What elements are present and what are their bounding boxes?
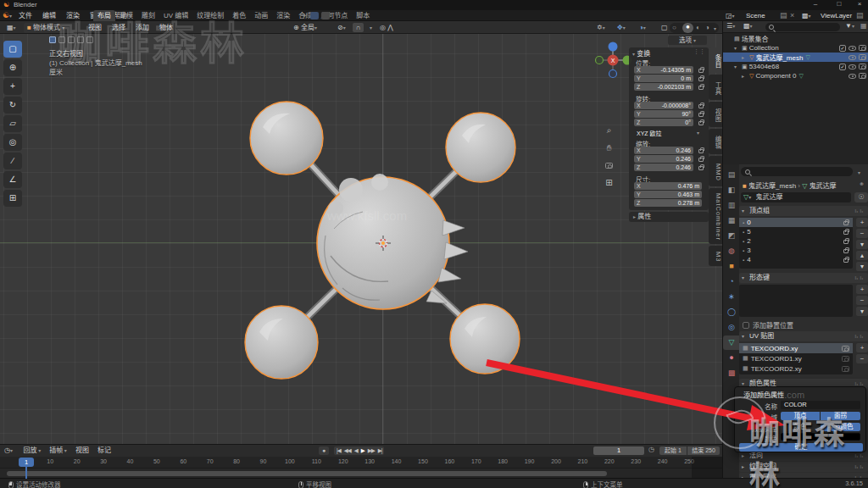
lock-icon[interactable] [698, 69, 704, 73]
remove-vertex-group-button[interactable]: − [856, 229, 868, 238]
rotation-z-field[interactable]: Z0° [634, 119, 693, 126]
outliner-row-2[interactable]: ▸▽鬼武达摩_mesh▽ [723, 53, 868, 62]
lock-icon[interactable] [843, 240, 849, 244]
uv-map-row[interactable]: ▦TEXCOORD2.xy [739, 363, 853, 374]
play-reverse-button[interactable]: ◀ [354, 447, 358, 454]
checkbox-icon[interactable]: ✓ [839, 64, 846, 70]
render-camera-icon[interactable] [842, 356, 849, 362]
render-camera-icon[interactable] [842, 366, 849, 372]
disclosure-icon[interactable]: ▸ [742, 73, 748, 79]
outliner-editor-icon[interactable]: ☰▾ [726, 22, 735, 30]
overlays-toggle-icon[interactable]: ◑▾ [634, 21, 651, 35]
vertex-group-row[interactable]: ▪3 [739, 246, 853, 255]
snap-magnet-icon[interactable]: ∩ [353, 23, 364, 32]
outliner-item-label[interactable]: 鬼武达摩_mesh [755, 53, 803, 62]
location-y-field[interactable]: Y0 m [634, 75, 693, 82]
pan-hand-icon[interactable]: ✋︎ [605, 143, 613, 153]
next-keyframe-button[interactable]: ▶▶ [368, 447, 375, 454]
properties-tab-material[interactable]: ● [723, 351, 740, 365]
pin-icon[interactable]: ⚭ [859, 180, 865, 188]
texture-space-panel-header[interactable]: ▸纹理空间⠦⠦ [739, 462, 868, 472]
shading-material-icon[interactable]: ◐ [696, 24, 700, 31]
properties-tab-world[interactable]: ◍ [723, 244, 740, 258]
viewport-3d[interactable]: 正交右视图 (1) Collection | 鬼武达摩_mesh 厘米 ▢⊕+↻… [0, 34, 722, 444]
properties-search-dropdown[interactable]: ▾ [858, 168, 860, 176]
location-z-field[interactable]: Z-0.002103 m [634, 83, 693, 91]
disclosure-icon[interactable]: ▸ [742, 54, 748, 60]
properties-tab-particles[interactable]: ∗ [723, 290, 740, 304]
end-frame-field[interactable]: 结束 250 [687, 446, 720, 455]
vertex-group-row[interactable]: ▪2 [739, 236, 853, 246]
navigation-gizmo[interactable]: X [593, 41, 632, 80]
domain-vertex-button[interactable]: 顶点 [781, 412, 820, 420]
playback-clock-icon[interactable]: ◷ [648, 446, 654, 453]
playhead[interactable]: 1 [19, 458, 34, 467]
blender-menu-icon[interactable]: ☯▾ [3, 10, 12, 22]
location-x-field[interactable]: X-0.14305 m [634, 66, 693, 74]
lock-icon[interactable] [843, 249, 849, 253]
outliner-display-mode-icon[interactable]: ▩▾ [743, 22, 753, 30]
shading-wireframe-icon[interactable]: ○ [672, 24, 676, 31]
mesh-name-field[interactable]: ▽▾ 鬼武达摩 [741, 192, 851, 202]
outliner-item-label[interactable]: 53404e68 [749, 63, 780, 70]
dimensions-y-field[interactable]: Y0.463 m [634, 191, 702, 198]
viewlayer-icon[interactable]: ▩▾ [802, 10, 811, 22]
properties-tab-render[interactable]: ◧ [723, 183, 740, 197]
n-panel-tab-0[interactable]: 条目 [709, 47, 722, 73]
timeline-ruler[interactable]: 1102030405060708090100110120130140150160… [0, 457, 722, 469]
properties-tab-output[interactable]: ▥ [723, 198, 740, 213]
camera-view-icon[interactable] [605, 161, 613, 170]
properties-tab-physics[interactable]: ◯ [723, 305, 740, 319]
outliner-row-4[interactable]: ▸▽Component 0▽ [723, 71, 868, 80]
properties-tab-scene[interactable]: ◩ [723, 229, 740, 243]
outliner-options-icon[interactable]: ▦ [860, 22, 867, 30]
scale-y-field[interactable]: Y0.246 [634, 155, 693, 163]
lock-icon[interactable] [698, 158, 704, 162]
uv-map-row[interactable]: ▦TEXCOORD1.xy [739, 353, 853, 363]
properties-tab-view-layer[interactable]: ▦ [723, 214, 740, 228]
rotation-x-field[interactable]: X-0.000008° [634, 102, 693, 109]
workspace-tab-7[interactable]: 渲染 [272, 10, 294, 21]
zoom-icon[interactable]: ⌕ [605, 125, 613, 136]
render-camera-icon[interactable] [842, 346, 849, 352]
rotation-mode-dropdown[interactable]: XYZ 欧拉▾ [634, 129, 702, 136]
tool-options-dropdown[interactable]: 选项 ▾ [668, 36, 707, 45]
move-down-button[interactable]: ▾ [856, 262, 868, 271]
move-up-button[interactable]: ▴ [856, 251, 868, 260]
properties-tab-object-data[interactable]: ▽ [723, 336, 740, 350]
domain-face-corner-button[interactable]: 面拐 [821, 412, 860, 420]
workspace-tab-3[interactable]: UV 编辑 [159, 10, 192, 21]
lock-icon[interactable] [698, 121, 704, 125]
lock-icon[interactable] [843, 221, 849, 225]
scene-name[interactable]: Scene [746, 10, 765, 21]
viewlayer-new-icon[interactable]: ▤ [856, 10, 864, 21]
mode-dropdown[interactable]: ■ 物体模式 ▾ [24, 23, 78, 33]
menu-render[interactable]: 渲染 [61, 10, 85, 21]
n-panel-tab-6[interactable]: M3 [709, 246, 722, 266]
uv-maps-panel-header[interactable]: ▾UV 贴图⠦⠦ [739, 331, 868, 341]
shading-solid-icon[interactable]: ● [682, 23, 693, 33]
add-vertex-group-button[interactable]: + [856, 218, 868, 227]
model-canvas[interactable] [0, 34, 722, 444]
outliner-item-label[interactable]: Component 0 [755, 72, 796, 80]
menu-file[interactable]: 文件 [14, 10, 37, 21]
timeline-editor-icon[interactable]: ◷▾ [0, 445, 17, 457]
proportional-edit-icon[interactable]: ◎ ⋀ [375, 21, 398, 34]
name-input[interactable]: COLOR [781, 401, 860, 409]
previous-keyframe-button[interactable]: ◀◀ [344, 447, 351, 454]
outliner-search-input[interactable] [765, 23, 840, 31]
menu-edit[interactable]: 编辑 [37, 10, 61, 21]
eye-icon[interactable] [849, 74, 856, 79]
shape-keys-list[interactable] [739, 285, 853, 317]
vertex-group-row[interactable]: ▪4 [739, 255, 853, 264]
n-panel-tab-2[interactable]: 视图 [709, 102, 722, 127]
n-panel-tab-3[interactable]: 编辑 [709, 129, 722, 154]
auto-keying-icon[interactable]: ● [319, 446, 329, 455]
uv-map-row[interactable]: ▦TEXCOORD.xy [739, 343, 853, 353]
dimensions-x-field[interactable]: X0.476 m [634, 182, 702, 190]
add-uv-map-button[interactable]: + [856, 343, 868, 352]
shading-dropdown-icon[interactable]: ▾ [714, 24, 716, 32]
gizmos-toggle-icon[interactable]: ✥▾ [612, 21, 631, 35]
timeline-menu-playback[interactable]: 回放 ▾ [19, 445, 46, 457]
n-panel-tab-5[interactable]: MatCombiner [709, 188, 722, 244]
